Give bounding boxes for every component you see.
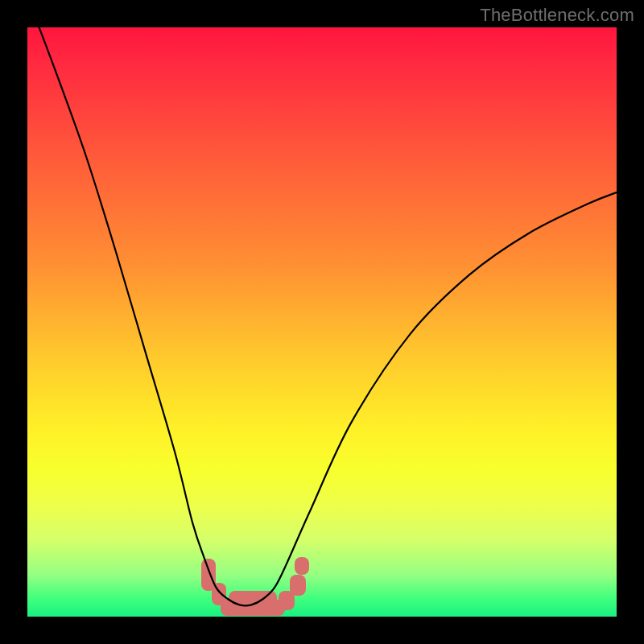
watermark-text: TheBottleneck.com [480, 5, 634, 26]
bottleneck-curve [27, 27, 617, 617]
plot-area [27, 27, 617, 617]
chart-container: TheBottleneck.com [0, 0, 644, 644]
